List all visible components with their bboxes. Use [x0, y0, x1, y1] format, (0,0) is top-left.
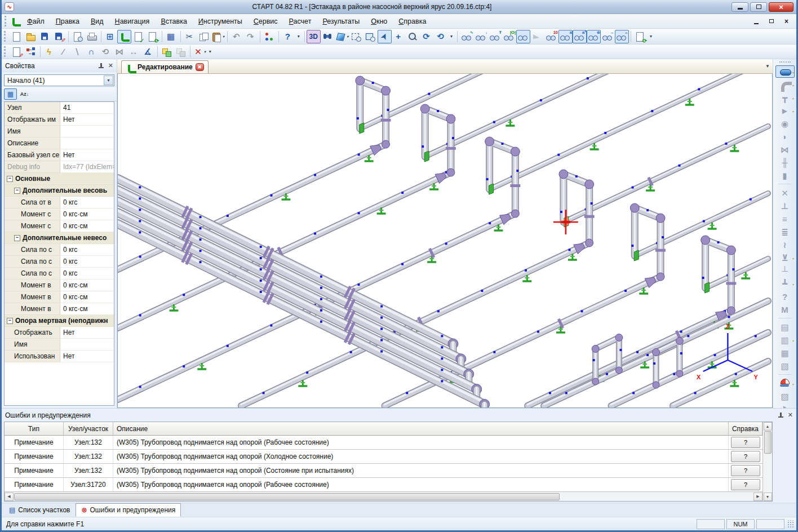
add-sliding-support-button[interactable]: ≡	[775, 212, 795, 225]
toolbar-grip[interactable]	[779, 61, 791, 64]
menu-calc[interactable]: Расчет	[283, 15, 317, 28]
property-value[interactable]: Нет	[60, 114, 114, 126]
mirror-object-button[interactable]: ⋈	[113, 45, 127, 59]
show-dimensions-button[interactable]: 10	[544, 30, 558, 43]
property-value[interactable]: 0 кгс	[60, 244, 114, 256]
add-pump-button[interactable]: ◉	[775, 117, 795, 130]
menu-insert[interactable]: Вставка	[155, 15, 192, 28]
property-row[interactable]: Сила от в0 кгс	[5, 197, 114, 209]
print-preview-button[interactable]	[70, 30, 85, 43]
find-button[interactable]	[321, 30, 335, 43]
alphabetical-button[interactable]: Az↓	[18, 88, 31, 100]
property-value[interactable]: 0 кгс	[60, 256, 114, 268]
add-anchor-support-button[interactable]: ⊥	[775, 200, 795, 212]
property-value[interactable]: 41	[60, 102, 114, 114]
property-row[interactable]: Сила по с0 кгс	[5, 244, 114, 256]
add-custom-support-button[interactable]: ?	[775, 290, 795, 303]
zoom-region-button[interactable]	[349, 30, 363, 43]
column-type[interactable]: Тип	[5, 422, 64, 435]
delete-element-button[interactable]: ✕	[775, 187, 795, 199]
property-value[interactable]: 0 кгс·см	[60, 303, 114, 315]
help-button[interactable]: ?	[731, 465, 760, 476]
menu-tools[interactable]: Инструменты	[193, 15, 248, 28]
tab-errors-warnings[interactable]: ⊗ Ошибки и предупреждения	[76, 503, 181, 517]
table-row[interactable]: Примечание Узел:132 (W305) Трубопровод п…	[5, 450, 762, 464]
property-value[interactable]: Нет	[60, 351, 114, 362]
property-row[interactable]: Имя	[5, 339, 114, 351]
add-bellows3-button[interactable]: ▦	[775, 347, 795, 359]
show-wedge-button[interactable]	[530, 30, 544, 43]
spin-view-button[interactable]: ⟲	[434, 30, 448, 43]
table-row[interactable]: Примечание Узел:132 (W305) Трубопровод п…	[5, 436, 762, 450]
save-button[interactable]	[38, 30, 52, 43]
rightbar-expander[interactable]: ▸	[775, 403, 795, 408]
resize-grip[interactable]	[787, 520, 794, 528]
property-row[interactable]: ОтображатьНет	[5, 327, 114, 339]
property-value[interactable]: 0 кгс	[60, 268, 114, 280]
restore-button[interactable]	[750, 2, 767, 12]
toolbar-overflow[interactable]: ▾	[206, 45, 214, 59]
insert-node-button[interactable]: ϟ	[42, 45, 56, 59]
menu-window[interactable]: Окно	[365, 15, 393, 28]
property-row[interactable]: Момент с0 кгс·см	[5, 209, 114, 220]
close-button[interactable]: ×	[769, 2, 793, 12]
table-row[interactable]: Примечание Узел:31720 (W305) Трубопровод…	[5, 478, 762, 491]
property-value[interactable]: 0 кгс·см	[60, 291, 114, 303]
property-row[interactable]: Узел41	[5, 102, 114, 114]
toolbar-grip[interactable]	[5, 16, 8, 26]
property-value[interactable]: 0 кгс	[60, 197, 114, 209]
copy-button[interactable]	[197, 30, 211, 43]
element-properties-button[interactable]	[10, 45, 24, 59]
property-row[interactable]: Момент в0 кгс·см	[5, 303, 114, 315]
menu-edit[interactable]: Правка	[50, 15, 85, 28]
show-supports-button[interactable]: ↓	[474, 30, 488, 43]
scroll-left-icon[interactable]: ◀	[5, 493, 14, 501]
property-value[interactable]: Нет	[60, 149, 114, 161]
merge-segment-button[interactable]: ∖	[70, 45, 85, 59]
zoom-in-button[interactable]	[406, 30, 420, 43]
column-description[interactable]: Описание	[113, 422, 729, 435]
property-row[interactable]: Debug infoIdx=77 (IdxElem=	[5, 161, 114, 173]
delete-button[interactable]: ✕▾	[192, 45, 206, 59]
property-value[interactable]: 0 кгс·см	[60, 280, 114, 291]
calculator-button[interactable]: ▦	[164, 30, 178, 43]
print-button[interactable]	[85, 30, 99, 43]
show-lengths-button[interactable]: ↔	[601, 30, 615, 43]
pin-icon[interactable]	[778, 412, 784, 419]
add-bellows2-button[interactable]: ▥▾	[775, 334, 795, 346]
add-flange-button[interactable]: ╫	[775, 156, 795, 169]
tab-segment-list[interactable]: ▤ Список участков	[3, 503, 76, 517]
paste-button[interactable]: ▾	[211, 30, 225, 43]
horizontal-scrollbar[interactable]: ◀ ▶	[5, 491, 762, 501]
property-value[interactable]: Idx=77 (IdxElem=	[60, 161, 114, 173]
toolbar-overflow[interactable]: ▾	[648, 30, 655, 43]
zoom-window-button[interactable]	[363, 30, 378, 43]
scrollbar-thumb[interactable]	[764, 431, 772, 454]
menu-view[interactable]: Вид	[85, 15, 109, 28]
close-icon[interactable]: ✕	[788, 411, 793, 419]
toolbar-overflow[interactable]: ▾	[295, 30, 302, 43]
add-spring-support-button[interactable]: ≀	[775, 238, 795, 251]
property-row[interactable]: Базовый узел сеНет	[5, 149, 114, 161]
menu-navigation[interactable]: Навигация	[109, 15, 156, 28]
add-hatch-button[interactable]: ▨	[775, 390, 795, 402]
paste-parameters-button[interactable]	[174, 45, 188, 59]
table-row[interactable]: Примечание Узел:132 (W305) Трубопровод п…	[5, 464, 762, 478]
menu-help[interactable]: Справка	[393, 15, 432, 28]
save-as-button[interactable]	[52, 30, 66, 43]
menu-service[interactable]: Сервис	[248, 15, 283, 28]
menu-file[interactable]: Файл	[21, 15, 50, 28]
element-selector[interactable]: Начало (41) ▼	[4, 74, 114, 86]
show-labels-button[interactable]: aª	[573, 30, 587, 43]
add-hanger-button[interactable]: ⊻▾	[775, 251, 795, 264]
mdi-close-button[interactable]: ×	[779, 16, 793, 26]
tab-close-icon[interactable]: ✖	[196, 63, 204, 71]
select-cursor-button[interactable]: ➤	[378, 30, 392, 43]
check-model-button[interactable]	[131, 30, 145, 43]
toolbar-grip[interactable]	[4, 31, 7, 42]
show-compensators-button[interactable]: |O|	[502, 30, 516, 43]
property-value[interactable]: 0 кгс·см	[60, 209, 114, 220]
tab-editing[interactable]: Редактирование ✖	[121, 60, 209, 73]
split-segment-button[interactable]: ∕	[56, 45, 70, 59]
show-fittings-button[interactable]: ⊕	[587, 30, 601, 43]
